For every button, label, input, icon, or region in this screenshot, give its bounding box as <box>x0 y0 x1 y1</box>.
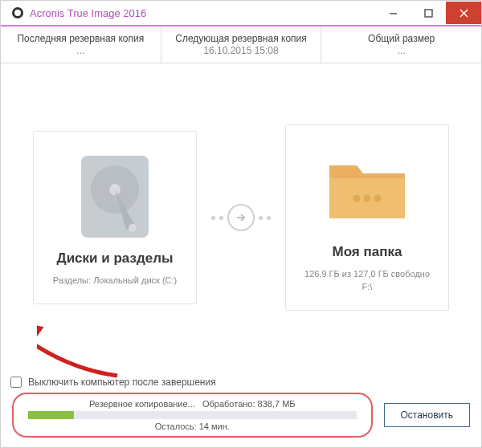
progress-status: Резервное копирование... <box>89 399 195 409</box>
last-backup-value: ... <box>1 45 161 56</box>
close-button[interactable] <box>446 2 481 24</box>
next-backup-cell: Следующая резервная копия 16.10.2015 15:… <box>161 26 322 63</box>
svg-point-10 <box>374 195 382 202</box>
status-summary-row: Последняя резервная копия ... Следующая … <box>1 26 481 63</box>
dot-icon <box>267 216 271 220</box>
progress-top-text: Резервное копирование... Обработано: 838… <box>89 399 296 409</box>
shutdown-checkbox[interactable] <box>10 377 22 388</box>
close-icon <box>460 9 468 18</box>
svg-rect-1 <box>425 10 432 17</box>
progress-panel: Резервное копирование... Обработано: 838… <box>12 393 373 438</box>
progress-remaining-label: Осталось: <box>155 422 197 431</box>
stop-button[interactable]: Остановить <box>384 403 471 427</box>
minimize-icon <box>389 9 398 18</box>
transfer-arrow <box>211 204 271 231</box>
titlebar: Acronis True Image 2016 <box>1 1 481 26</box>
progress-bottom-text: Осталось: 14 мин. <box>155 422 230 431</box>
svg-point-8 <box>353 195 361 202</box>
progress-processed-label: Обработано: <box>202 399 255 409</box>
app-window: Acronis True Image 2016 Последняя резерв… <box>0 0 482 448</box>
total-size-value: ... <box>321 45 481 56</box>
progress-remaining-value: 14 мин. <box>199 422 230 431</box>
next-backup-value: 16.10.2015 15:08 <box>161 45 321 56</box>
maximize-button[interactable] <box>411 2 446 24</box>
source-tile[interactable]: Диски и разделы Разделы: Локальный диск … <box>33 131 197 304</box>
main-content: Диски и разделы Разделы: Локальный диск … <box>1 63 481 372</box>
folder-icon <box>323 146 411 234</box>
last-backup-label: Последняя резервная копия <box>1 33 161 44</box>
svg-point-9 <box>364 195 371 202</box>
progress-bar <box>28 411 357 419</box>
next-backup-label: Следующая резервная копия <box>161 33 321 44</box>
destination-subtitle: 126,9 ГБ из 127,0 ГБ свободно F:\ <box>304 268 430 294</box>
dot-icon <box>219 216 223 220</box>
window-title: Acronis True Image 2016 <box>30 7 146 19</box>
footer-row: Резервное копирование... Обработано: 838… <box>1 388 481 447</box>
maximize-icon <box>424 9 433 18</box>
shutdown-label: Выключить компьютер после завершения <box>28 377 216 388</box>
app-logo-icon <box>12 7 23 18</box>
shutdown-option-row: Выключить компьютер после завершения <box>1 372 481 388</box>
minimize-button[interactable] <box>375 2 411 24</box>
dot-icon <box>211 216 215 220</box>
destination-tile[interactable]: Моя папка 126,9 ГБ из 127,0 ГБ свободно … <box>285 124 449 311</box>
dot-icon <box>259 216 263 220</box>
total-size-label: Общий размер <box>321 33 481 44</box>
source-title: Диски и разделы <box>57 250 174 267</box>
destination-title: Моя папка <box>333 244 402 260</box>
hard-disk-icon <box>71 153 159 241</box>
svg-point-7 <box>129 224 137 232</box>
source-subtitle: Разделы: Локальный диск (C:) <box>53 275 177 287</box>
total-size-cell: Общий размер ... <box>321 26 481 63</box>
progress-bar-fill <box>28 411 74 419</box>
progress-processed-value: 838,7 МБ <box>258 399 296 409</box>
window-controls <box>375 2 481 24</box>
arrow-right-icon <box>227 204 255 231</box>
last-backup-cell: Последняя резервная копия ... <box>1 26 161 63</box>
